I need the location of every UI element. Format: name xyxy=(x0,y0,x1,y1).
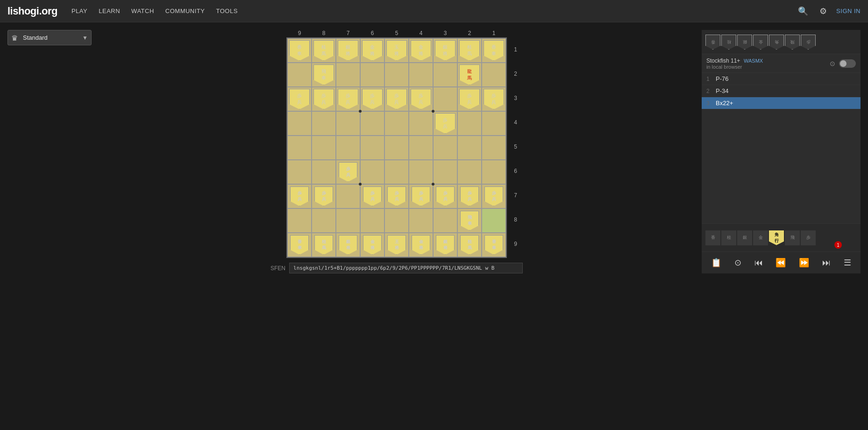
prev-button[interactable]: ⏪ xyxy=(772,256,790,270)
cell-r7c5[interactable]: 歩兵 xyxy=(384,184,409,208)
nav-learn[interactable]: LEARN xyxy=(99,7,120,14)
cell-r5c4[interactable] xyxy=(409,136,433,160)
piece-r3c6[interactable]: 歩兵 xyxy=(362,89,383,109)
cell-r4c8[interactable] xyxy=(312,111,336,136)
copy-button[interactable]: 📋 xyxy=(707,256,725,270)
nav-tools[interactable]: TOOLS xyxy=(216,7,237,14)
cell-r8c4[interactable] xyxy=(409,208,433,233)
settings-button[interactable]: ⚙ xyxy=(818,4,829,18)
cell-r7c9[interactable]: 歩兵 xyxy=(287,184,312,208)
sfen-input[interactable] xyxy=(289,263,523,273)
piece-r1c3[interactable]: 銀将 xyxy=(435,40,455,61)
cell-r6c5[interactable] xyxy=(384,160,409,184)
nav-community[interactable]: COMMUNITY xyxy=(165,7,205,14)
piece-r3c4[interactable]: 歩兵 xyxy=(411,89,431,109)
move-row-3[interactable]: 3 Bx22+ xyxy=(702,97,861,109)
cell-r3c9[interactable]: 歩兵 xyxy=(287,87,312,111)
piece-r1c8[interactable]: 桂馬 xyxy=(313,40,334,61)
cell-r1c6[interactable]: 金将 xyxy=(360,38,384,63)
piece-r7c8[interactable]: 歩兵 xyxy=(314,186,333,206)
piece-r7c1[interactable]: 歩兵 xyxy=(484,186,503,206)
piece-r6c7-pawn[interactable]: 歩兵 xyxy=(339,162,357,182)
search-button[interactable]: 🔍 xyxy=(796,4,810,18)
cell-r7c6[interactable]: 歩兵 xyxy=(360,184,384,208)
cell-r6c4[interactable] xyxy=(409,160,433,184)
engine-link[interactable]: WASMX xyxy=(744,58,763,64)
cell-r8c8[interactable] xyxy=(312,208,336,233)
cell-r7c2[interactable]: 歩兵 xyxy=(457,184,482,208)
cell-r6c2[interactable] xyxy=(457,160,482,184)
cell-r6c6[interactable] xyxy=(360,160,384,184)
cell-r8c9[interactable] xyxy=(287,208,312,233)
cell-r2c1[interactable] xyxy=(482,63,506,87)
piece-r9c2-knight[interactable]: 桂馬 xyxy=(460,235,479,255)
cell-r9c9[interactable]: 香車 xyxy=(287,233,312,257)
cell-r3c5[interactable]: 歩兵 xyxy=(384,87,409,111)
piece-r3c8[interactable]: 歩兵 xyxy=(313,89,334,109)
piece-r9c1-lance[interactable]: 香車 xyxy=(484,235,503,255)
cell-r2c2[interactable]: 龍馬 xyxy=(457,63,482,87)
cell-r4c4[interactable] xyxy=(409,111,433,136)
cell-r4c6[interactable] xyxy=(360,111,384,136)
cell-r9c4[interactable]: 金将 xyxy=(409,233,433,257)
cell-r5c3[interactable] xyxy=(433,136,457,160)
piece-r9c7-silver[interactable]: 銀将 xyxy=(339,235,357,255)
engine-toggle[interactable] xyxy=(839,59,856,68)
cell-r9c2[interactable]: 桂馬 xyxy=(457,233,482,257)
cell-r8c3[interactable] xyxy=(433,208,457,233)
cell-r1c1[interactable]: 香車 xyxy=(482,38,506,63)
cell-r5c1[interactable] xyxy=(482,136,506,160)
piece-r1c2[interactable]: 桂馬 xyxy=(459,40,480,61)
nav-watch[interactable]: WATCH xyxy=(131,7,154,14)
piece-r3c2[interactable]: 歩兵 xyxy=(459,89,480,109)
cell-r9c8[interactable]: 桂馬 xyxy=(312,233,336,257)
cell-r5c6[interactable] xyxy=(360,136,384,160)
flip-button[interactable]: ⊙ xyxy=(731,256,745,270)
cell-r1c2[interactable]: 桂馬 xyxy=(457,38,482,63)
piece-r3c7[interactable]: 歩兵 xyxy=(338,89,358,109)
cell-r1c7[interactable]: 銀将 xyxy=(336,38,360,63)
menu-button[interactable]: ☰ xyxy=(840,256,855,270)
cell-r8c7[interactable] xyxy=(336,208,360,233)
piece-r7c5[interactable]: 歩兵 xyxy=(387,186,406,206)
cell-r7c4[interactable]: 歩兵 xyxy=(409,184,433,208)
piece-r1c4[interactable]: 金将 xyxy=(411,40,431,61)
next-button[interactable]: ⏩ xyxy=(795,256,813,270)
site-logo[interactable]: lishogi.org xyxy=(7,5,57,17)
piece-r9c8-knight[interactable]: 桂馬 xyxy=(314,235,333,255)
cell-r9c6[interactable]: 金将 xyxy=(360,233,384,257)
piece-r2c8-rook[interactable]: 飛車 xyxy=(313,64,334,85)
cell-r6c3[interactable] xyxy=(433,160,457,184)
cell-r3c8[interactable]: 歩兵 xyxy=(312,87,336,111)
piece-r7c6[interactable]: 歩兵 xyxy=(363,186,382,206)
cell-r7c7[interactable] xyxy=(336,184,360,208)
piece-r1c7[interactable]: 銀将 xyxy=(338,40,358,61)
piece-r7c9[interactable]: 歩兵 xyxy=(290,186,309,206)
cell-r2c9[interactable] xyxy=(287,63,312,87)
variant-selector[interactable]: ♛ Standard Mini Shogi Kyoto Shogi Chusho… xyxy=(7,30,92,45)
piece-r3c5[interactable]: 歩兵 xyxy=(386,89,407,109)
cell-r2c6[interactable] xyxy=(360,63,384,87)
cell-r4c1[interactable] xyxy=(482,111,506,136)
cell-r7c3[interactable]: 歩兵 xyxy=(433,184,457,208)
cell-r5c7[interactable] xyxy=(336,136,360,160)
cell-r4c9[interactable] xyxy=(287,111,312,136)
piece-r1c6[interactable]: 金将 xyxy=(362,40,383,61)
piece-r1c1[interactable]: 香車 xyxy=(484,40,504,61)
cell-r1c8[interactable]: 桂馬 xyxy=(312,38,336,63)
cell-r5c9[interactable] xyxy=(287,136,312,160)
cell-r7c1[interactable]: 歩兵 xyxy=(482,184,506,208)
piece-r4c3[interactable]: 歩兵 xyxy=(435,113,455,134)
cell-r1c5[interactable]: 玉将 xyxy=(384,38,409,63)
piece-r3c1[interactable]: 歩兵 xyxy=(484,89,504,109)
piece-r1c9[interactable]: 香車 xyxy=(289,40,310,61)
cell-r1c9[interactable]: 香車 xyxy=(287,38,312,63)
cell-r3c3[interactable] xyxy=(433,87,457,111)
cell-r9c5[interactable]: 王将 xyxy=(384,233,409,257)
cell-r7c8[interactable]: 歩兵 xyxy=(312,184,336,208)
cell-r3c1[interactable]: 歩兵 xyxy=(482,87,506,111)
piece-r3c9[interactable]: 歩兵 xyxy=(289,89,310,109)
cell-r8c1-highlight[interactable] xyxy=(482,208,506,233)
cell-r8c5[interactable] xyxy=(384,208,409,233)
cell-r4c5[interactable] xyxy=(384,111,409,136)
